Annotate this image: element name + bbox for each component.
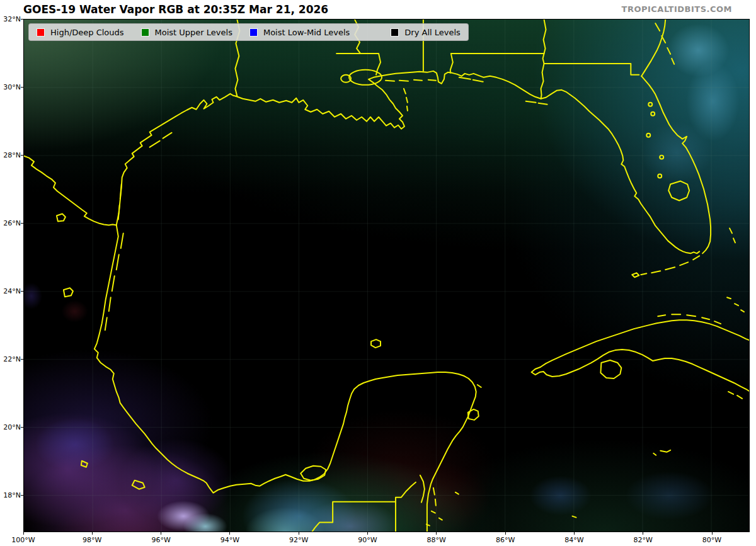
coastline-overlay — [24, 20, 749, 532]
legend-item-dry: Dry All Levels — [391, 28, 461, 37]
legend-item-moist-low-mid: Moist Low-Mid Levels — [249, 28, 350, 37]
x-axis-tick — [367, 532, 368, 535]
us-gulf-coastline — [117, 70, 699, 253]
y-axis-label: 30°N — [0, 82, 21, 92]
legend: High/Deep Clouds Moist Upper Levels Mois… — [28, 23, 469, 41]
x-axis-label: 84°W — [555, 536, 593, 544]
y-axis-label: 18°N — [0, 491, 21, 500]
x-axis-label: 100°W — [4, 536, 42, 544]
x-axis-label: 96°W — [142, 536, 180, 544]
y-axis-tick — [21, 155, 23, 156]
rio-grande-river — [24, 156, 117, 225]
grid-lines — [24, 20, 749, 532]
y-axis-label: 24°N — [0, 287, 21, 296]
legend-label: Moist Low-Mid Levels — [263, 28, 350, 37]
legend-label: Dry All Levels — [404, 28, 461, 37]
x-axis-tick — [436, 532, 437, 535]
y-axis-label: 22°N — [0, 355, 21, 364]
x-axis-tick — [574, 532, 575, 535]
y-axis-label: 20°N — [0, 423, 21, 432]
y-axis-label: 26°N — [0, 219, 21, 228]
x-axis-label: 82°W — [624, 536, 662, 544]
y-axis-tick — [21, 223, 23, 224]
x-axis-label: 94°W — [211, 536, 249, 544]
x-axis-tick — [505, 532, 506, 535]
y-axis-label: 28°N — [0, 151, 21, 160]
y-axis-tick — [21, 87, 23, 88]
y-axis-tick — [21, 19, 23, 20]
legend-item-high-deep-clouds: High/Deep Clouds — [37, 28, 124, 37]
red-swatch-icon — [37, 28, 45, 37]
state-border-lines — [235, 20, 639, 532]
legend-item-moist-upper: Moist Upper Levels — [141, 28, 232, 37]
cuba-coastline — [532, 314, 749, 455]
x-axis-label: 90°W — [349, 536, 387, 544]
y-axis-tick — [21, 359, 23, 360]
y-axis-tick — [21, 495, 23, 496]
y-axis-label: 32°N — [0, 14, 21, 24]
map-canvas: High/Deep Clouds Moist Upper Levels Mois… — [23, 19, 750, 532]
x-axis-tick — [23, 532, 24, 535]
y-axis-tick — [21, 427, 23, 428]
x-axis-label: 86°W — [486, 536, 524, 544]
x-axis-label: 88°W — [418, 536, 455, 544]
x-axis-label: 98°W — [73, 536, 111, 544]
x-axis-tick — [161, 532, 161, 535]
legend-label: High/Deep Clouds — [50, 28, 124, 37]
x-axis-tick — [92, 532, 93, 535]
satellite-map-figure: GOES-19 Water Vapor RGB at 20:35Z Mar 21… — [0, 0, 756, 546]
y-axis-tick — [21, 291, 23, 292]
watermark-text: TROPICALTIDBITS.COM — [622, 4, 732, 14]
legend-label: Moist Upper Levels — [155, 28, 232, 37]
x-axis-tick — [643, 532, 643, 535]
x-axis-tick — [229, 532, 230, 535]
page-title: GOES-19 Water Vapor RGB at 20:35Z Mar 21… — [23, 3, 328, 16]
x-axis-tick — [712, 532, 713, 535]
mexico-yucatan-coastline — [64, 225, 576, 532]
x-axis-label: 80°W — [693, 536, 731, 544]
florida-atlantic-coastline — [632, 20, 744, 312]
black-swatch-icon — [391, 28, 399, 37]
blue-swatch-icon — [249, 28, 258, 37]
green-swatch-icon — [141, 28, 149, 37]
x-axis-tick — [299, 532, 299, 535]
x-axis-label: 92°W — [280, 536, 318, 544]
